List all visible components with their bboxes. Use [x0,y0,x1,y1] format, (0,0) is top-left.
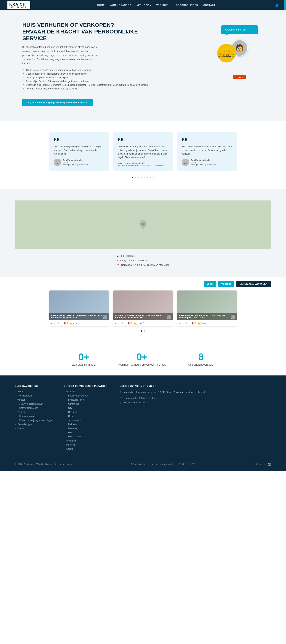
review-dot[interactable] [150,177,151,178]
review-dot[interactable] [141,177,142,178]
linkedin-icon-2[interactable]: in [264,463,266,466]
stat-label: Woningen verhuurd en verkocht in 2 jaar. [118,363,166,366]
footer-places-list: Maastricht Boschstraatkwartier Brusselse… [64,390,108,450]
footer-place-item[interactable]: De Heeg [64,411,108,414]
facebook-icon[interactable]: f [254,463,254,466]
footer-copyright: © KRACHT Makelaars 2004-2025 | Alle rech… [15,463,72,465]
listing-overlay: APPARTEMENT VIA REGIA 1677, MAASTRICHT V… [177,313,237,320]
footer-place-item[interactable]: Wyckerpoort [64,435,108,438]
stat-item-homes: 0+ Woningen verhuurd en verkocht in 2 ja… [118,352,166,366]
footer-nav-item[interactable]: verkoop [15,398,53,401]
privacy-link[interactable]: Privacy Statement [131,463,148,465]
footer-place-item[interactable]: City [64,407,108,409]
review-dot[interactable] [153,177,154,178]
footer-nav-item[interactable]: verhuur [15,411,53,414]
footer-nav-item[interactable]: Protocol toewijzing huurwoningen [15,419,53,422]
review-text: Deskundige begeleiding bij verkoop en sc… [54,145,104,156]
stat-label: Op Funda beoordeeld. [188,363,214,366]
listing-size: 📐 61 m² [70,322,79,324]
footer-nav-item[interactable]: Jouw Verkoopmakelaar [15,402,53,405]
footer-place-item[interactable]: Jekerkwartier [64,419,108,422]
listing-image: APPARTEMENT VIA REGIA 1677, MAASTRICHT V… [177,290,237,320]
hero-section: HUIS VERHUREN OF VERKOPEN?ERVAAR DE KRAC… [0,10,286,121]
footer-nav-item[interactable]: Home [15,390,53,393]
footer-place-item[interactable]: Brusselse Poort [64,398,108,401]
listing-rooms: 🚪 1 [128,322,132,324]
footer-contact-email: ✉ info@krachtmakelaars.nl [120,401,206,404]
review-meta: Een Funda gebruiker (10,0) Verkoper woni… [191,159,216,166]
location-icon: 📍 [120,397,122,400]
review-dot[interactable] [135,177,136,178]
stat-number: 0+ [72,352,96,362]
review-dot[interactable] [132,177,133,178]
user-icon[interactable]: 👤 [275,4,278,7]
listing-title: APPARTEMENT MERCATORPLEIN 51A, MAASTRICH… [51,314,107,316]
footer-nav-item[interactable]: Contact [15,427,53,430]
cookie-link[interactable]: Cookiebeleid (EU) [178,463,195,465]
all-listings-button[interactable]: BEKIJK ALLE WONINGEN [236,281,271,287]
footer-place-item[interactable]: Malpertuis [64,423,108,426]
listing-dot[interactable] [144,330,145,332]
footer-nav-item[interactable]: Woningaanbod [15,394,53,397]
linkedin-icon[interactable]: in [260,463,262,466]
nav-home[interactable]: HOME [97,4,105,6]
nav-verhuur[interactable]: VERHUUR [156,4,171,6]
footer-place-item[interactable]: Wyck [64,431,108,434]
footer-nav-item[interactable]: Huurvoorwaarden [15,415,53,418]
review-avatar: 🏘️ [182,159,189,166]
review-meta: Een Funda gebruiker (10,0) Verkoper woni… [63,159,88,166]
listing-beds: 🛏 1 [179,322,183,324]
contact-phone: 📞 043-2010659 [116,254,136,258]
hero-checklist: Complete service: Alles voor de verhuur … [22,69,204,90]
footer-place-item[interactable]: Ceramique [64,402,108,405]
nav-contact[interactable]: CONTACT [203,4,215,6]
footer-place-item[interactable]: Meerssen [64,444,108,446]
reviewer-rating: (10,0) [63,161,88,164]
listing-expand-button[interactable]: ⤢ [231,315,235,319]
nav-woningaanbod[interactable]: WONINGAANBOD [110,4,131,6]
email-icon: ✉ [116,259,119,262]
listing-details: 🛏 1 🚿 1 🚪 1 📐 61 m² [49,320,109,326]
hero-right: "interesse in een per 🧑 300+ woningen ve… [215,22,264,106]
whatsapp-icon[interactable]: © [256,463,258,466]
footer-place-item[interactable]: Heer [64,415,108,418]
review-dot[interactable] [138,177,139,178]
footer-place-item[interactable]: Marlaberg [64,427,108,430]
checklist-item: Tevreden klanten: Beoordeeld met een 9,3… [22,88,204,90]
listing-expand-button[interactable]: ⤢ [103,315,107,319]
review-dot[interactable] [144,177,145,178]
stat-number: 8 [188,352,214,362]
footer-nav-col: SNEL NAVIGEREN: Home Woningaanbod verkoo… [15,385,53,452]
footer-place-item[interactable]: Ulestraten [64,440,108,442]
contact-email-item: ✉ info@krachtmakelaars.nl [116,259,147,262]
listing-rooms: 🚪 1 [64,322,68,324]
footer-nav-item[interactable]: Het verkoopproces [15,407,53,409]
footer-place-item[interactable]: Maastricht [64,390,108,393]
hero-cta-button[interactable]: "Ja, ook ik wil graag mijn verkoopplanne… [22,99,93,106]
next-button[interactable]: volgende [218,281,234,287]
footer-nav-item[interactable]: Beoordelingen [15,423,53,426]
listing-title: APPARTEMENT VIA REGIA 1677, MAASTRICHT [179,314,235,316]
listing-image: HUURWONING BREDESTRAAT 13B, MAASTRICHT H… [113,290,173,320]
reviewer-rating: (10,0) [191,161,216,164]
stat-number: 0+ [118,352,166,362]
listing-details: 🛏 1 🚿 1 🚪 1 📐 110 m² [113,320,173,326]
logo[interactable]: KRA CHT MAKELAARS [8,1,30,9]
reviews-section: 66 Deskundige begeleiding bij verkoop en… [0,121,286,189]
review-card: 66 Deskundige begeleiding bij verkoop en… [49,132,109,171]
prev-button[interactable]: vorige [204,281,216,287]
listing-dot[interactable] [141,330,142,332]
checklist-item: Geen verrassingen: Transparante tarieven… [22,72,204,75]
listing-expand-button[interactable]: ⤢ [167,315,171,319]
listing-price: Huurprijs: €1.950p/mnd. excl. [115,316,171,319]
nav-beoordelingen[interactable]: BEOORDELINGEN [176,4,198,6]
terms-link[interactable]: Algemene Voorwaarden [152,463,174,465]
listing-baths: 🚿 1 [57,322,61,324]
footer-place-item[interactable]: Sittard [64,448,108,450]
nav-verkoop[interactable]: VERKOOP [136,4,151,6]
instagram-icon[interactable]: 📷 [268,463,271,466]
checklist-item: Persoonlijke Service: Betrokken met deze… [22,80,204,82]
footer-place-item[interactable]: Boschstraatkwartier [64,394,108,397]
map-icon [138,219,148,230]
review-dot[interactable] [147,177,148,178]
